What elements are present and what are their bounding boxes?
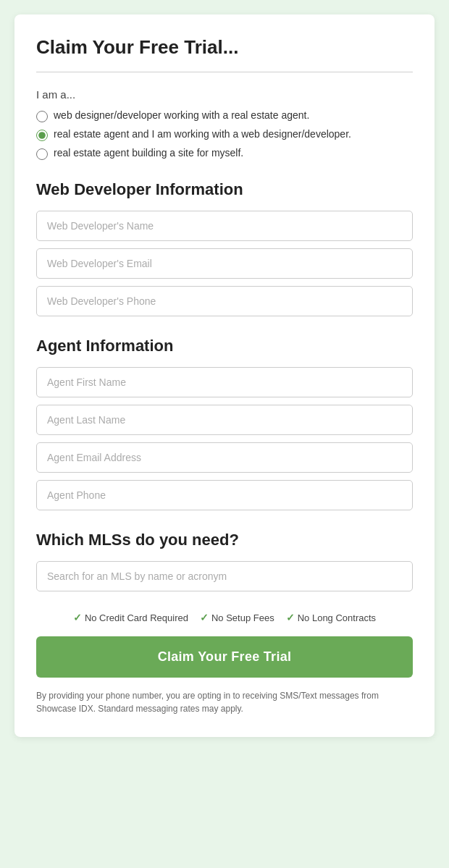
benefits-row: ✓ No Credit Card Required ✓ No Setup Fee… — [36, 612, 413, 623]
agent-last-name-input[interactable] — [36, 405, 413, 435]
divider — [36, 72, 413, 72]
radio-item-3[interactable]: real estate agent building a site for my… — [36, 147, 413, 160]
agent-email-input[interactable] — [36, 442, 413, 473]
page-title: Claim Your Free Trial... — [36, 36, 413, 59]
mls-search-input[interactable] — [36, 561, 413, 591]
benefit-label-2: No Setup Fees — [211, 612, 274, 623]
radio-label-1: web designer/developer working with a re… — [54, 109, 309, 121]
dev-email-input[interactable] — [36, 248, 413, 279]
benefit-3: ✓ No Long Contracts — [286, 612, 376, 623]
dev-phone-input[interactable] — [36, 286, 413, 316]
checkmark-2: ✓ — [200, 612, 209, 623]
benefit-label-1: No Credit Card Required — [85, 612, 188, 623]
checkmark-1: ✓ — [73, 612, 82, 623]
benefit-1: ✓ No Credit Card Required — [73, 612, 188, 623]
agent-phone-input[interactable] — [36, 480, 413, 510]
mls-section: Which MLSs do you need? — [36, 531, 413, 591]
radio-item-1[interactable]: web designer/developer working with a re… — [36, 109, 413, 122]
radio-option-1[interactable] — [36, 111, 48, 122]
web-dev-section-title: Web Developer Information — [36, 180, 413, 199]
agent-first-name-input[interactable] — [36, 367, 413, 397]
radio-label-3: real estate agent building a site for my… — [54, 147, 243, 159]
benefit-label-3: No Long Contracts — [298, 612, 376, 623]
agent-section-title: Agent Information — [36, 337, 413, 355]
web-dev-section: Web Developer Information — [36, 180, 413, 316]
mls-section-title: Which MLSs do you need? — [36, 531, 413, 549]
benefit-2: ✓ No Setup Fees — [200, 612, 274, 623]
checkmark-3: ✓ — [286, 612, 295, 623]
radio-label-2: real estate agent and I am working with … — [54, 128, 351, 140]
radio-item-2[interactable]: real estate agent and I am working with … — [36, 128, 413, 141]
agent-section: Agent Information — [36, 337, 413, 510]
role-label: I am a... — [36, 88, 413, 101]
disclaimer-text: By providing your phone number, you are … — [36, 689, 413, 715]
claim-free-trial-button[interactable]: Claim Your Free Trial — [36, 636, 413, 678]
main-card: Claim Your Free Trial... I am a... web d… — [14, 14, 435, 737]
radio-option-3[interactable] — [36, 148, 48, 160]
dev-name-input[interactable] — [36, 211, 413, 241]
role-radio-group: web designer/developer working with a re… — [36, 109, 413, 160]
radio-option-2[interactable] — [36, 130, 48, 141]
